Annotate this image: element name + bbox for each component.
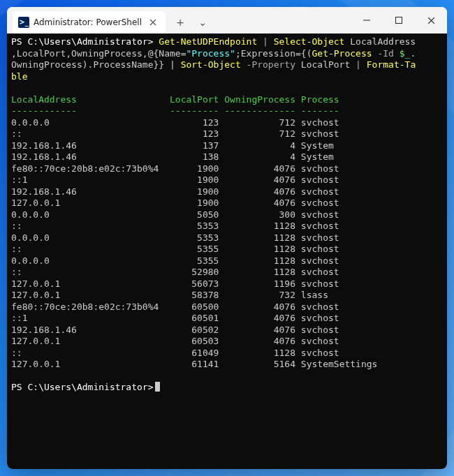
tab-close-icon[interactable] <box>146 15 160 29</box>
terminal-window: >_ Administrator: PowerShell + ⌄ <box>7 7 447 469</box>
terminal-body[interactable]: PS C:\Users\Administrator> Get-NetUDPEnd… <box>7 34 447 469</box>
tab-title-text: Administrator: PowerShell <box>34 17 142 27</box>
tab-dropdown-button[interactable]: ⌄ <box>192 13 213 32</box>
svg-rect-0 <box>396 17 402 24</box>
minimize-button[interactable] <box>351 9 383 31</box>
maximize-button[interactable] <box>383 9 415 31</box>
window-controls <box>351 9 447 36</box>
powershell-icon: >_ <box>18 17 29 28</box>
terminal-output: PS C:\Users\Administrator> Get-NetUDPEnd… <box>11 36 443 394</box>
tab-strip: + ⌄ <box>166 11 447 34</box>
tab-powershell[interactable]: >_ Administrator: PowerShell <box>13 11 166 34</box>
close-window-button[interactable] <box>415 9 447 31</box>
titlebar: >_ Administrator: PowerShell + ⌄ <box>7 7 447 34</box>
new-tab-button[interactable]: + <box>170 13 191 32</box>
